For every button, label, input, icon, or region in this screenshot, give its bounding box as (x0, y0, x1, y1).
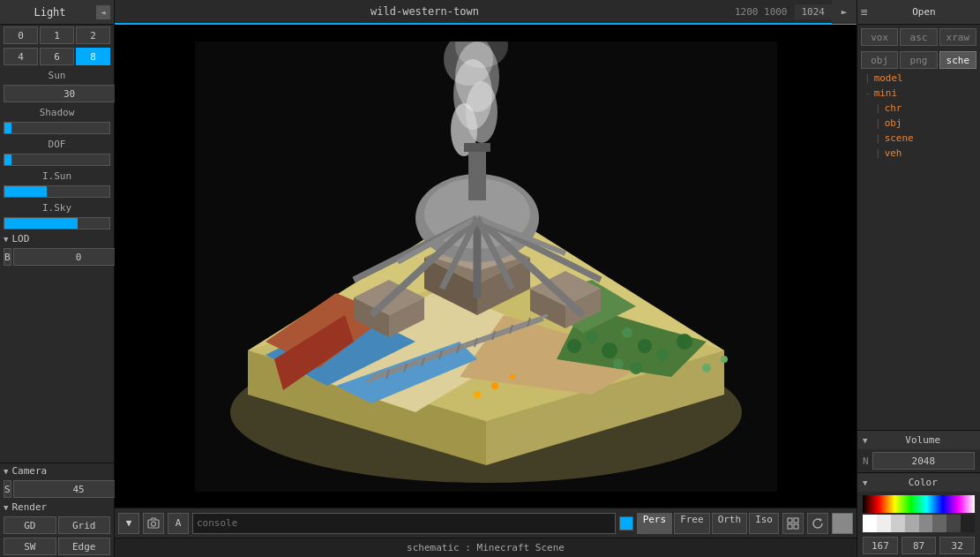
color-label: Color (871, 477, 975, 488)
left-panel: Light ◄ 0 1 2 4 6 8 Sun Shadow DOF I.Sun… (0, 0, 115, 557)
i-sun-slider[interactable] (0, 184, 114, 199)
shadow-slider[interactable] (0, 120, 114, 136)
orth-btn[interactable]: Orth (712, 513, 748, 534)
console-input[interactable] (192, 513, 616, 534)
grid-icon-btn[interactable] (782, 513, 804, 534)
shadow-fill (4, 123, 11, 133)
gd-btn[interactable]: GD (4, 516, 56, 534)
asc-tab[interactable]: asc (900, 28, 937, 46)
reset-icon (812, 517, 824, 530)
i-sky-slider[interactable] (0, 215, 114, 231)
chr-item[interactable]: chr (885, 102, 902, 114)
i-sky-fill (4, 218, 78, 229)
obj-item[interactable]: obj (885, 117, 902, 129)
tree-item-veh[interactable]: | veh (857, 146, 980, 161)
tree-item-model[interactable]: | model (857, 71, 980, 86)
collapse-button[interactable]: ◄ (96, 5, 110, 19)
svg-marker-74 (819, 518, 822, 522)
expand-button[interactable]: ► (832, 0, 857, 24)
lod-inputs: B (0, 246, 114, 267)
num-btn-0[interactable]: 0 (4, 26, 38, 44)
status-text: schematic : Minecraft Scene (407, 542, 565, 553)
color-header[interactable]: ▼ Color (857, 473, 980, 492)
scene-item[interactable]: scene (885, 132, 914, 144)
svg-rect-71 (794, 518, 798, 523)
svg-rect-70 (788, 518, 792, 523)
svg-point-54 (567, 339, 581, 353)
lod-label: LOD (11, 233, 29, 245)
viewport-header: wild-western-town 1200 1000 1024 ► (115, 0, 857, 25)
dof-track[interactable] (4, 154, 110, 166)
svg-point-58 (638, 339, 652, 353)
lod-b: B (4, 248, 11, 266)
viewport-size: 1024 (795, 4, 833, 19)
color-gradient[interactable] (863, 495, 975, 513)
pipe-icon-veh: | (875, 147, 881, 159)
volume-section: ▼ Volume N 2048 (857, 430, 980, 472)
edge-btn[interactable]: Edge (58, 538, 111, 555)
num-btn-2[interactable]: 2 (76, 26, 110, 44)
dof-slider[interactable] (0, 152, 114, 168)
status-bar: schematic : Minecraft Scene (115, 538, 857, 557)
sw-btn[interactable]: SW (4, 538, 56, 555)
render-collapsible[interactable]: ▼ Render (0, 500, 114, 515)
bottom-btns: SW Edge (0, 536, 114, 557)
volume-value[interactable]: 2048 (872, 452, 975, 470)
num-btn-6[interactable]: 6 (40, 48, 74, 65)
svg-point-56 (602, 342, 617, 358)
volume-label: Volume (871, 434, 975, 446)
tree-item-mini[interactable]: - mini (857, 86, 980, 101)
volume-header[interactable]: ▼ Volume (857, 431, 980, 449)
reset-btn[interactable] (807, 513, 828, 534)
free-btn[interactable]: Free (674, 513, 710, 534)
tree-item-scene[interactable]: | scene (857, 131, 980, 146)
i-sky-track[interactable] (4, 217, 110, 230)
svg-rect-42 (464, 143, 490, 152)
viewport-canvas[interactable] (115, 25, 857, 508)
color-g[interactable]: 87 (901, 537, 937, 554)
veh-item[interactable]: veh (885, 147, 902, 159)
svg-rect-73 (794, 524, 798, 529)
dof-fill (4, 154, 11, 165)
dof-label: DOF (0, 136, 114, 152)
left-header: Light ◄ (0, 0, 114, 25)
camera-icon (147, 517, 160, 530)
xraw-tab[interactable]: xraw (939, 28, 976, 46)
svg-point-69 (152, 522, 156, 526)
obj-tab[interactable]: obj (861, 51, 898, 69)
svg-point-65 (474, 391, 481, 398)
color-b[interactable]: 32 (939, 537, 975, 554)
model-item[interactable]: model (874, 72, 903, 84)
volume-key: N (863, 455, 869, 467)
down-arrow-btn[interactable]: ▼ (118, 513, 139, 534)
num-btn-1[interactable]: 1 (40, 26, 74, 44)
unknown-btn[interactable] (832, 513, 853, 534)
shade-3 (905, 515, 919, 532)
num-btn-8[interactable]: 8 (76, 48, 110, 65)
iso-btn[interactable]: Iso (749, 513, 779, 534)
pipe-icon-chr: | (875, 102, 881, 114)
grid-btn[interactable]: Grid (58, 516, 111, 534)
num-btn-4[interactable]: 4 (4, 48, 38, 65)
color-r[interactable]: 167 (863, 537, 898, 554)
camera-btn[interactable] (143, 513, 164, 534)
a-btn[interactable]: A (168, 513, 189, 534)
pers-btn[interactable]: Pers (637, 513, 673, 534)
shade-6 (946, 515, 961, 532)
mini-item[interactable]: mini (874, 87, 898, 99)
tree-item-chr[interactable]: | chr (857, 101, 980, 116)
camera-collapsible[interactable]: ▼ Camera (0, 463, 114, 478)
center-panel: wild-western-town 1200 1000 1024 ► (115, 0, 857, 557)
tree-item-obj[interactable]: | obj (857, 116, 980, 131)
shade-2 (891, 515, 905, 532)
i-sun-track[interactable] (4, 185, 110, 198)
menu-icon[interactable]: ≡ (861, 5, 868, 19)
pipe-icon-scene: | (875, 132, 881, 144)
vox-tab[interactable]: vox (861, 28, 898, 46)
shadow-track[interactable] (4, 122, 110, 134)
lod-section[interactable]: ▼ LOD (0, 231, 114, 246)
shade-4 (919, 515, 933, 532)
num-row-2: 4 6 8 (0, 46, 114, 67)
png-tab[interactable]: png (900, 51, 937, 69)
sche-tab[interactable]: sche (939, 51, 976, 69)
